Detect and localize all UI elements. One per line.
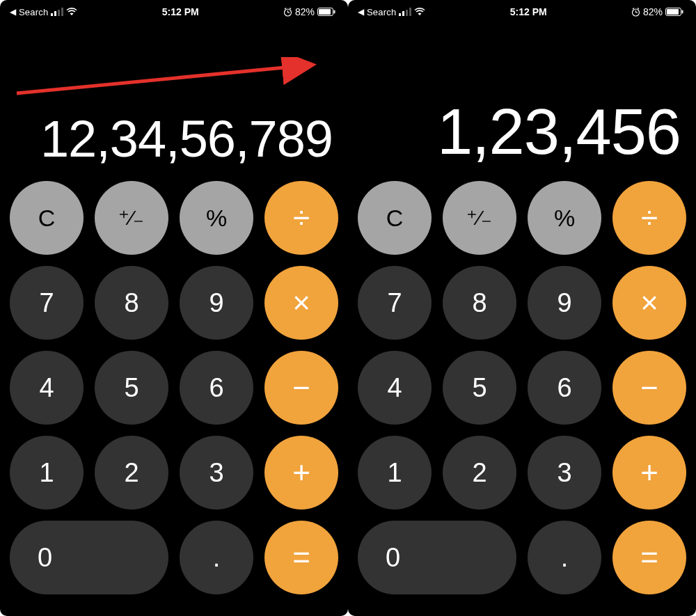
digit-3-button[interactable]: 3 [180,436,253,510]
svg-line-8 [290,8,291,9]
equals-button[interactable]: = [264,521,338,594]
back-caret-icon[interactable]: ◀ [10,7,16,17]
keypad: C ⁺∕₋ % ÷ 7 8 9 × 4 5 6 − 1 2 3 + [358,181,686,606]
digit-8-button[interactable]: 8 [443,266,516,340]
digit-3-button[interactable]: 3 [528,436,601,510]
calc-display-value: 1,23,456 [437,95,681,168]
plus-button[interactable]: + [612,436,686,510]
svg-rect-0 [51,13,53,16]
svg-line-12 [17,65,306,93]
digit-9-button[interactable]: 9 [180,266,253,340]
sign-button[interactable]: ⁺∕₋ [95,181,168,255]
calc-display-area[interactable]: 1,23,456 [358,21,686,181]
wifi-icon [66,8,77,16]
decimal-button[interactable]: . [180,521,253,594]
digit-2-button[interactable]: 2 [443,436,516,510]
minus-button[interactable]: − [264,351,338,425]
digit-9-button[interactable]: 9 [528,266,601,340]
svg-line-7 [285,8,286,9]
status-time: 5:12 PM [162,6,199,17]
clear-button[interactable]: C [10,181,84,255]
svg-rect-15 [406,10,408,16]
svg-line-20 [633,8,634,9]
calc-display-value: 12,34,56,789 [40,109,333,168]
swipe-arrow-annotation [14,57,327,99]
decimal-button[interactable]: . [528,521,601,594]
keypad: C ⁺∕₋ % ÷ 7 8 9 × 4 5 6 − 1 2 3 + [10,181,338,606]
multiply-button[interactable]: × [612,266,686,340]
minus-button[interactable]: − [612,351,686,425]
divide-button[interactable]: ÷ [264,181,338,255]
digit-5-button[interactable]: 5 [95,351,168,425]
back-to-search[interactable]: Search [367,7,396,17]
digit-0-button[interactable]: 0 [358,521,516,594]
cell-signal-icon [51,8,63,16]
battery-icon [665,8,683,16]
svg-rect-14 [402,11,404,16]
phone-screen-right: ◀ Search 5:12 PM 82% 1,23,456 C ⁺∕₋ % ÷ [348,0,696,616]
back-caret-icon[interactable]: ◀ [358,7,364,17]
svg-line-21 [638,8,639,9]
digit-1-button[interactable]: 1 [358,436,432,510]
cell-signal-icon [399,8,411,16]
svg-rect-1 [54,11,56,16]
digit-4-button[interactable]: 4 [358,351,432,425]
multiply-button[interactable]: × [264,266,338,340]
clear-button[interactable]: C [358,181,432,255]
phone-screen-left: ◀ Search 5:12 PM 82% 12,34,56,789 C ⁺∕ [0,0,348,616]
back-to-search[interactable]: Search [19,7,48,17]
battery-icon [317,8,335,16]
svg-rect-24 [682,10,683,14]
digit-6-button[interactable]: 6 [528,351,601,425]
digit-2-button[interactable]: 2 [95,436,168,510]
percent-button[interactable]: % [528,181,601,255]
svg-rect-13 [399,13,401,16]
digit-6-button[interactable]: 6 [180,351,253,425]
percent-button[interactable]: % [180,181,253,255]
digit-8-button[interactable]: 8 [95,266,168,340]
digit-7-button[interactable]: 7 [10,266,84,340]
status-bar: ◀ Search 5:12 PM 82% [10,0,338,21]
digit-4-button[interactable]: 4 [10,351,84,425]
sign-button[interactable]: ⁺∕₋ [443,181,516,255]
equals-button[interactable]: = [612,521,686,594]
alarm-icon [283,8,292,17]
digit-7-button[interactable]: 7 [358,266,432,340]
alarm-icon [631,8,640,17]
wifi-icon [414,8,425,16]
svg-rect-23 [667,9,679,15]
plus-button[interactable]: + [264,436,338,510]
digit-0-button[interactable]: 0 [10,521,168,594]
status-bar: ◀ Search 5:12 PM 82% [358,0,686,21]
svg-rect-10 [319,9,331,15]
svg-rect-2 [58,10,60,16]
battery-percent: 82% [643,6,663,17]
calc-display-area[interactable]: 12,34,56,789 [10,21,338,181]
battery-percent: 82% [295,6,315,17]
svg-rect-11 [334,10,335,14]
svg-rect-16 [409,8,411,16]
digit-1-button[interactable]: 1 [10,436,84,510]
status-time: 5:12 PM [510,6,547,17]
digit-5-button[interactable]: 5 [443,351,516,425]
svg-rect-3 [61,8,63,16]
divide-button[interactable]: ÷ [612,181,686,255]
